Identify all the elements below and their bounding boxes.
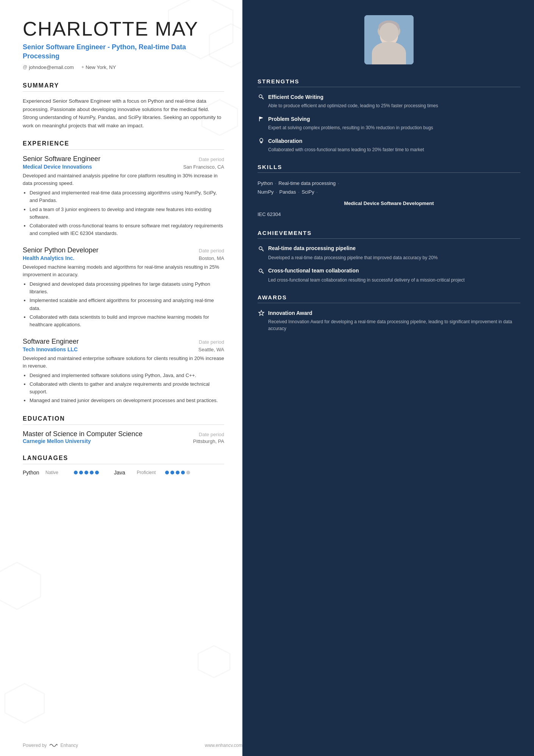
edu-location-1: Pittsburgh, PA <box>193 438 224 444</box>
edu-entry-1: Master of Science in Computer Science Da… <box>23 430 224 444</box>
edu-school-1: Carnegie Mellon University <box>23 438 91 444</box>
strength-header-2: Problem Solving <box>258 115 520 123</box>
exp-role-3: Software Engineer <box>23 338 79 346</box>
skills-line-4: IEC 62304 <box>258 210 520 219</box>
education-title: EDUCATION <box>23 415 224 425</box>
strength-item-3: Collaboration Collaborated with cross-fu… <box>258 137 520 153</box>
svg-point-10 <box>373 47 405 64</box>
location-icon: ⌖ <box>81 64 84 70</box>
languages-section: LANGUAGES Python Native Java Proficient <box>23 455 224 476</box>
summary-text: Experienced Senior Software Engineer wit… <box>23 97 224 130</box>
svg-point-8 <box>380 26 398 46</box>
achievement-name-2: Cross-functional team collaboration <box>268 267 359 274</box>
brand-logo-icon <box>49 742 58 748</box>
exp-location-3: Seattle, WA <box>198 347 224 352</box>
languages-grid: Python Native Java Proficient <box>23 470 224 476</box>
hex-decor-5 <box>197 645 231 680</box>
award-item-1: Innovation Award Received Innovation Awa… <box>258 309 520 332</box>
exp-company-row-3: Tech Innovations LLC Seattle, WA <box>23 346 224 352</box>
lang-level-java: Proficient <box>137 470 161 475</box>
strength-desc-2: Expert at solving complex problems, resu… <box>258 124 520 131</box>
strength-item-2: Problem Solving Expert at solving comple… <box>258 115 520 131</box>
avatar-svg <box>364 15 414 64</box>
flag-icon <box>258 115 265 123</box>
lang-name-java: Java <box>114 470 133 476</box>
exp-header-2: Senior Python Developer Date period <box>23 246 224 254</box>
achievement-item-1: Real-time data processing pipeline Devel… <box>258 245 520 261</box>
exp-bullet-3-2: Collaborated with clients to gather and … <box>30 380 224 396</box>
languages-title: LANGUAGES <box>23 455 224 464</box>
summary-title: SUMMARY <box>23 82 224 92</box>
candidate-name: CHARLOTTE MAY <box>23 18 224 40</box>
achievements-title: ACHIEVEMENTS <box>258 230 520 239</box>
strength-name-3: Collaboration <box>268 138 302 144</box>
strength-desc-1: Able to produce efficient and optimized … <box>258 102 520 109</box>
lang-level-python: Native <box>45 470 70 475</box>
header-section: CHARLOTTE MAY Senior Software Engineer -… <box>23 18 224 70</box>
edu-school-row-1: Carnegie Mellon University Pittsburgh, P… <box>23 438 224 444</box>
avatar-placeholder <box>364 15 414 64</box>
exp-bullet-2-2: Implemented scalable and efficient algor… <box>30 297 224 312</box>
exp-bullet-2-3: Collaborated with data scientists to bui… <box>30 313 224 329</box>
hex-decor-4 <box>0 561 42 612</box>
exp-bullet-3-1: Designed and implemented software soluti… <box>30 372 224 379</box>
email-text: johndoe@email.com <box>29 64 74 70</box>
exp-location-2: Boston, MA <box>199 255 224 261</box>
dot-j3 <box>176 471 180 474</box>
exp-date-2: Date period <box>199 248 224 254</box>
exp-bullets-1: Designed and implemented real-time data … <box>23 189 224 237</box>
achievements-section: ACHIEVEMENTS Real-time data processing p… <box>258 230 520 283</box>
achievement-item-2: Cross-functional team collaboration Led … <box>258 267 520 283</box>
trophy-icon <box>258 310 265 316</box>
lang-name-python: Python <box>23 470 42 476</box>
avatar-section <box>258 15 520 64</box>
strength-name-1: Efficient Code Writing <box>268 94 323 100</box>
exp-date-3: Date period <box>199 339 224 345</box>
exp-company-3: Tech Innovations LLC <box>23 346 78 352</box>
left-column: CHARLOTTE MAY Senior Software Engineer -… <box>0 0 242 756</box>
strength-header-1: Efficient Code Writing <box>258 93 520 101</box>
exp-desc-3: Developed and maintained enterprise soft… <box>23 355 224 369</box>
svg-marker-5 <box>5 684 44 723</box>
lang-item-python: Python Native <box>23 470 99 476</box>
edu-date-1: Date period <box>199 432 224 437</box>
lang-item-java: Java Proficient <box>114 470 190 476</box>
exp-bullet-1-1: Designed and implemented real-time data … <box>30 189 224 204</box>
exp-company-1: Medical Device Innovations <box>23 164 92 170</box>
strength-item-1: Efficient Code Writing Able to produce e… <box>258 93 520 109</box>
strength-header-3: Collaboration <box>258 137 520 145</box>
strengths-title: STRENGTHS <box>258 78 520 87</box>
location-contact: ⌖ New York, NY <box>81 64 116 70</box>
key-icon-1 <box>258 93 265 101</box>
dot-1 <box>74 471 78 474</box>
awards-title: AWARDS <box>258 294 520 303</box>
award-icon-1 <box>258 309 265 317</box>
exp-date-1: Date period <box>199 157 224 162</box>
dot-j5 <box>186 471 190 474</box>
exp-bullet-2-1: Designed and developed data processing p… <box>30 280 224 296</box>
brand-name: Enhancy <box>60 743 78 748</box>
exp-bullets-2: Designed and developed data processing p… <box>23 280 224 329</box>
skills-text: Python · Real-time data processing · Num… <box>258 179 520 219</box>
dot-5 <box>95 471 99 474</box>
svg-marker-25 <box>259 310 264 316</box>
skills-section: SKILLS Python · Real-time data processin… <box>258 164 520 219</box>
exp-header-1: Senior Software Engineer Date period <box>23 155 224 163</box>
exp-entry-3: Software Engineer Date period Tech Innov… <box>23 338 224 405</box>
achievement-name-1: Real-time data processing pipeline <box>268 245 356 252</box>
exp-header-3: Software Engineer Date period <box>23 338 224 346</box>
footer-website: www.enhancv.com <box>205 743 242 748</box>
strength-desc-3: Collaborated with cross-functional teams… <box>258 146 520 153</box>
exp-location-1: San Francisco, CA <box>183 164 224 170</box>
avatar-box <box>364 15 414 64</box>
achievement-icon-1 <box>258 245 265 253</box>
contact-info: @ johndoe@email.com ⌖ New York, NY <box>23 64 224 70</box>
achievement-header-2: Cross-functional team collaboration <box>258 267 520 275</box>
svg-point-12 <box>259 95 262 98</box>
experience-title: EXPERIENCE <box>23 140 224 150</box>
exp-desc-1: Developed and maintained analysis pipeli… <box>23 172 224 187</box>
exp-company-row-2: Health Analytics Inc. Boston, MA <box>23 255 224 261</box>
svg-point-9 <box>378 20 400 34</box>
dot-j1 <box>165 471 169 474</box>
exp-role-1: Senior Software Engineer <box>23 155 100 163</box>
